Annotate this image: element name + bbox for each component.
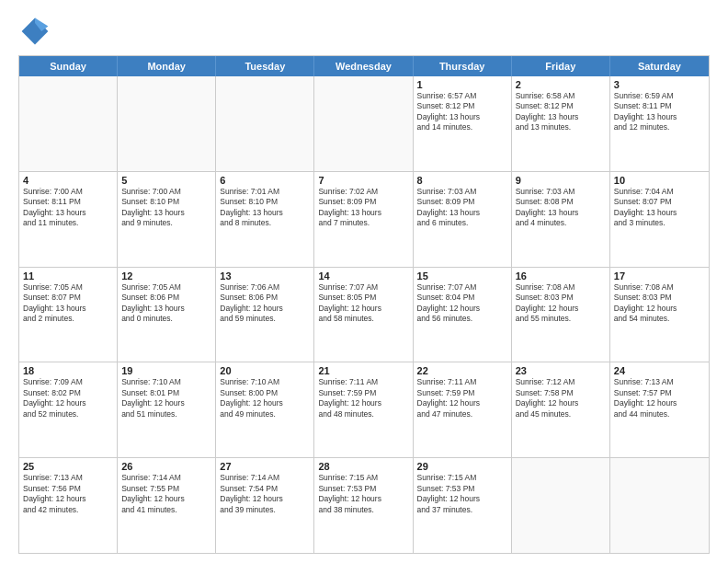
table-row: [610, 458, 709, 553]
day-number: 15: [417, 270, 507, 282]
day-info: Sunrise: 7:12 AMSunset: 7:58 PMDaylight:…: [516, 377, 606, 419]
calendar-row-4: 25Sunrise: 7:13 AMSunset: 7:56 PMDayligh…: [19, 458, 709, 553]
table-row: [314, 76, 413, 171]
table-row: 25Sunrise: 7:13 AMSunset: 7:56 PMDayligh…: [19, 458, 118, 553]
day-number: 21: [318, 365, 408, 376]
day-number: 25: [23, 461, 113, 472]
table-row: 8Sunrise: 7:03 AMSunset: 8:09 PMDaylight…: [414, 172, 512, 267]
day-info: Sunrise: 7:10 AMSunset: 8:00 PMDaylight:…: [220, 377, 310, 419]
table-row: 11Sunrise: 7:05 AMSunset: 8:07 PMDayligh…: [19, 268, 118, 362]
table-row: 18Sunrise: 7:09 AMSunset: 8:02 PMDayligh…: [19, 362, 118, 457]
day-number: 9: [516, 175, 606, 186]
day-info: Sunrise: 7:01 AMSunset: 8:10 PMDaylight:…: [220, 187, 310, 229]
table-row: 22Sunrise: 7:11 AMSunset: 7:59 PMDayligh…: [414, 362, 512, 457]
table-row: 26Sunrise: 7:14 AMSunset: 7:55 PMDayligh…: [118, 458, 216, 553]
day-info: Sunrise: 7:04 AMSunset: 8:07 PMDaylight:…: [614, 187, 705, 229]
day-number: 11: [23, 270, 113, 282]
table-row: 13Sunrise: 7:06 AMSunset: 8:06 PMDayligh…: [216, 268, 314, 362]
logo-icon: [18, 15, 51, 48]
table-row: 29Sunrise: 7:15 AMSunset: 7:53 PMDayligh…: [414, 458, 512, 553]
day-number: 2: [516, 79, 606, 90]
day-number: 8: [417, 175, 507, 186]
table-row: [512, 458, 610, 553]
header-cell-tuesday: Tuesday: [216, 56, 314, 76]
table-row: 4Sunrise: 7:00 AMSunset: 8:11 PMDaylight…: [19, 172, 118, 267]
day-info: Sunrise: 7:06 AMSunset: 8:06 PMDaylight:…: [220, 282, 310, 325]
calendar-row-2: 11Sunrise: 7:05 AMSunset: 8:07 PMDayligh…: [19, 268, 709, 363]
table-row: 21Sunrise: 7:11 AMSunset: 7:59 PMDayligh…: [314, 362, 413, 457]
table-row: 15Sunrise: 7:07 AMSunset: 8:04 PMDayligh…: [414, 268, 512, 362]
day-info: Sunrise: 6:58 AMSunset: 8:12 PMDaylight:…: [516, 91, 606, 133]
day-number: 24: [614, 365, 705, 376]
day-info: Sunrise: 7:05 AMSunset: 8:07 PMDaylight:…: [23, 282, 113, 325]
table-row: 10Sunrise: 7:04 AMSunset: 8:07 PMDayligh…: [610, 172, 709, 267]
day-number: 23: [516, 365, 606, 376]
day-info: Sunrise: 7:11 AMSunset: 7:59 PMDaylight:…: [318, 377, 408, 419]
day-number: 6: [220, 175, 310, 186]
calendar-row-1: 4Sunrise: 7:00 AMSunset: 8:11 PMDaylight…: [19, 172, 709, 268]
day-info: Sunrise: 7:07 AMSunset: 8:05 PMDaylight:…: [318, 282, 408, 325]
header-cell-monday: Monday: [118, 56, 216, 76]
day-info: Sunrise: 7:02 AMSunset: 8:09 PMDaylight:…: [318, 187, 408, 229]
header-cell-thursday: Thursday: [414, 56, 512, 76]
day-info: Sunrise: 7:05 AMSunset: 8:06 PMDaylight:…: [121, 282, 211, 325]
day-number: 14: [318, 270, 408, 282]
day-info: Sunrise: 7:13 AMSunset: 7:56 PMDaylight:…: [23, 473, 113, 515]
day-number: 29: [417, 461, 507, 472]
calendar-row-3: 18Sunrise: 7:09 AMSunset: 8:02 PMDayligh…: [19, 362, 709, 458]
day-number: 17: [614, 270, 705, 282]
table-row: 1Sunrise: 6:57 AMSunset: 8:12 PMDaylight…: [414, 76, 512, 171]
day-info: Sunrise: 7:08 AMSunset: 8:03 PMDaylight:…: [614, 282, 705, 325]
calendar: SundayMondayTuesdayWednesdayThursdayFrid…: [18, 55, 710, 554]
header-cell-saturday: Saturday: [610, 56, 709, 76]
day-info: Sunrise: 7:14 AMSunset: 7:54 PMDaylight:…: [220, 473, 310, 515]
day-info: Sunrise: 7:03 AMSunset: 8:08 PMDaylight:…: [516, 187, 606, 229]
day-number: 12: [121, 270, 211, 282]
day-info: Sunrise: 7:15 AMSunset: 7:53 PMDaylight:…: [318, 473, 408, 515]
table-row: 27Sunrise: 7:14 AMSunset: 7:54 PMDayligh…: [216, 458, 314, 553]
day-number: 19: [121, 365, 211, 376]
page: SundayMondayTuesdayWednesdayThursdayFrid…: [0, 0, 728, 563]
logo: [18, 15, 55, 48]
day-number: 18: [23, 365, 113, 376]
table-row: 14Sunrise: 7:07 AMSunset: 8:05 PMDayligh…: [314, 268, 413, 362]
table-row: 12Sunrise: 7:05 AMSunset: 8:06 PMDayligh…: [118, 268, 216, 362]
table-row: 2Sunrise: 6:58 AMSunset: 8:12 PMDaylight…: [512, 76, 610, 171]
day-info: Sunrise: 7:13 AMSunset: 7:57 PMDaylight:…: [614, 377, 705, 419]
day-number: 4: [23, 175, 113, 186]
table-row: 6Sunrise: 7:01 AMSunset: 8:10 PMDaylight…: [216, 172, 314, 267]
table-row: [19, 76, 118, 171]
table-row: 9Sunrise: 7:03 AMSunset: 8:08 PMDaylight…: [512, 172, 610, 267]
day-info: Sunrise: 7:11 AMSunset: 7:59 PMDaylight:…: [417, 377, 507, 419]
table-row: [216, 76, 314, 171]
day-number: 7: [318, 175, 408, 186]
day-info: Sunrise: 7:08 AMSunset: 8:03 PMDaylight:…: [516, 282, 606, 325]
day-info: Sunrise: 7:03 AMSunset: 8:09 PMDaylight:…: [417, 187, 507, 229]
header: [18, 15, 710, 48]
day-info: Sunrise: 7:00 AMSunset: 8:11 PMDaylight:…: [23, 187, 113, 229]
day-info: Sunrise: 7:00 AMSunset: 8:10 PMDaylight:…: [121, 187, 211, 229]
day-info: Sunrise: 6:57 AMSunset: 8:12 PMDaylight:…: [417, 91, 507, 133]
header-cell-wednesday: Wednesday: [314, 56, 413, 76]
day-info: Sunrise: 7:14 AMSunset: 7:55 PMDaylight:…: [121, 473, 211, 515]
day-info: Sunrise: 7:10 AMSunset: 8:01 PMDaylight:…: [121, 377, 211, 419]
day-number: 3: [614, 79, 705, 90]
day-info: Sunrise: 7:07 AMSunset: 8:04 PMDaylight:…: [417, 282, 507, 325]
table-row: 23Sunrise: 7:12 AMSunset: 7:58 PMDayligh…: [512, 362, 610, 457]
table-row: 5Sunrise: 7:00 AMSunset: 8:10 PMDaylight…: [118, 172, 216, 267]
day-number: 26: [121, 461, 211, 472]
day-info: Sunrise: 7:15 AMSunset: 7:53 PMDaylight:…: [417, 473, 507, 515]
day-number: 27: [220, 461, 310, 472]
table-row: 16Sunrise: 7:08 AMSunset: 8:03 PMDayligh…: [512, 268, 610, 362]
header-cell-friday: Friday: [512, 56, 610, 76]
table-row: [118, 76, 216, 171]
day-info: Sunrise: 6:59 AMSunset: 8:11 PMDaylight:…: [614, 91, 705, 133]
day-number: 28: [318, 461, 408, 472]
table-row: 3Sunrise: 6:59 AMSunset: 8:11 PMDaylight…: [610, 76, 709, 171]
day-number: 1: [417, 79, 507, 90]
day-number: 16: [516, 270, 606, 282]
day-number: 22: [417, 365, 507, 376]
table-row: 17Sunrise: 7:08 AMSunset: 8:03 PMDayligh…: [610, 268, 709, 362]
calendar-body: 1Sunrise: 6:57 AMSunset: 8:12 PMDaylight…: [19, 76, 709, 553]
table-row: 28Sunrise: 7:15 AMSunset: 7:53 PMDayligh…: [314, 458, 413, 553]
